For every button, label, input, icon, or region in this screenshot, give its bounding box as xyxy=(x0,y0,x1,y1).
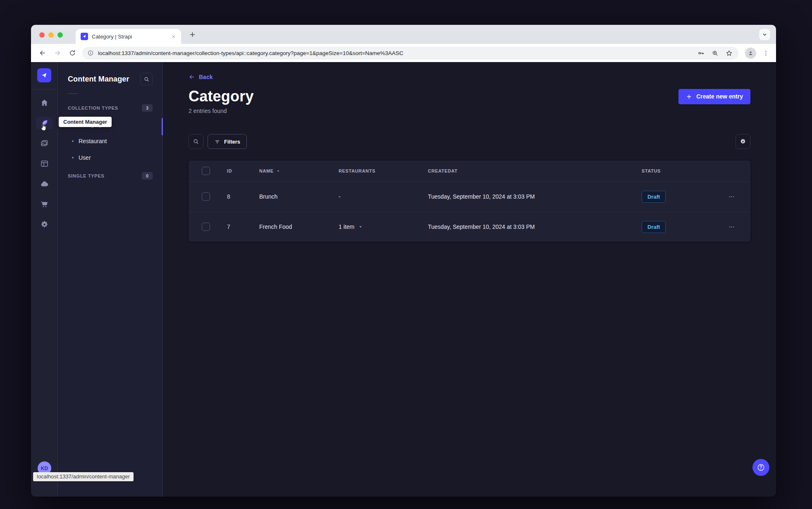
browser-menu-icon[interactable] xyxy=(760,48,771,58)
rail-item-settings[interactable] xyxy=(36,218,53,230)
cart-icon xyxy=(40,200,49,209)
subnav-section-1: SINGLE TYPES0 xyxy=(68,171,153,181)
subnav-item-label: Restaurant xyxy=(79,138,107,144)
filters-button[interactable]: Filters xyxy=(208,134,247,149)
browser-navbar: localhost:1337/admin/content-manager/col… xyxy=(31,44,776,62)
section-count-badge: 3 xyxy=(142,104,153,112)
browser-reload-icon[interactable] xyxy=(66,46,79,60)
strapi-favicon xyxy=(81,33,88,40)
content-manager-subnav: Content Manager COLLECTION TYPES3Categor… xyxy=(58,62,163,497)
select-all-checkbox[interactable] xyxy=(202,167,210,175)
search-button[interactable] xyxy=(189,134,203,149)
address-bar[interactable]: localhost:1337/admin/content-manager/col… xyxy=(82,47,738,60)
subnav-item-user[interactable]: User xyxy=(68,149,153,166)
cell-status: Draft xyxy=(642,221,725,233)
rail-item-home[interactable] xyxy=(36,96,53,109)
browser-tab[interactable]: Category | Strapi xyxy=(76,29,181,44)
subnav-item-restaurant[interactable]: Restaurant xyxy=(68,133,153,149)
cloud-icon xyxy=(40,180,49,188)
row-actions-menu-icon[interactable] xyxy=(725,221,738,233)
cell-status: Draft xyxy=(642,191,725,203)
strapi-logo-button[interactable] xyxy=(37,68,51,82)
plus-icon xyxy=(686,94,692,100)
entries-count: 2 entries found xyxy=(189,108,750,114)
rail-item-content-type-builder[interactable] xyxy=(36,157,53,170)
content-manager-tooltip: Content Manager xyxy=(59,117,112,127)
cell-actions xyxy=(725,190,750,203)
help-button[interactable] xyxy=(752,459,769,476)
minimize-window-button[interactable] xyxy=(48,32,54,38)
layout-icon xyxy=(40,159,49,168)
column-header-status[interactable]: STATUS xyxy=(642,168,725,173)
subnav-section-0: COLLECTION TYPES3CategoryRestaurantUser xyxy=(68,103,153,166)
tab-search-chevron-icon[interactable] xyxy=(759,29,770,40)
window-controls xyxy=(39,32,63,38)
cell-id: 7 xyxy=(227,223,259,230)
cell-restaurants[interactable]: 1 item xyxy=(339,223,428,230)
cell-restaurants: - xyxy=(339,193,428,200)
zoom-in-icon[interactable] xyxy=(711,50,719,57)
cell-actions xyxy=(725,221,750,233)
bullet-icon xyxy=(72,157,74,158)
section-count-badge: 0 xyxy=(142,172,153,180)
browser-profile-avatar[interactable] xyxy=(745,48,756,59)
url-text[interactable]: localhost:1337/admin/content-manager/col… xyxy=(98,50,693,56)
view-settings-button[interactable] xyxy=(736,134,750,149)
tab-close-icon[interactable] xyxy=(170,33,177,40)
row-checkbox[interactable] xyxy=(202,223,210,231)
cell-id: 8 xyxy=(227,193,259,200)
images-icon xyxy=(40,139,49,148)
browser-window: Category | Strapi localhost:1337/admin/c… xyxy=(31,25,776,497)
main-content: Back Category Create new entry 2 entries… xyxy=(163,62,776,497)
bookmark-star-icon[interactable] xyxy=(725,50,733,57)
subnav-search-button[interactable] xyxy=(140,73,153,85)
browser-forward-icon[interactable] xyxy=(51,46,64,60)
new-tab-button[interactable] xyxy=(186,29,198,40)
page-title: Category xyxy=(189,88,254,105)
column-header-createdat[interactable]: CREATEDAT xyxy=(428,168,642,173)
close-window-button[interactable] xyxy=(39,32,45,38)
row-actions-menu-icon[interactable] xyxy=(725,190,738,203)
password-key-icon[interactable] xyxy=(697,50,705,57)
back-label: Back xyxy=(199,74,213,80)
column-header-id[interactable]: ID xyxy=(227,168,259,173)
table-row[interactable]: 8Brunch-Tuesday, September 10, 2024 at 3… xyxy=(189,181,750,211)
subnav-item-label: User xyxy=(79,154,91,161)
browser-tab-strip: Category | Strapi xyxy=(31,25,776,44)
arrow-left-icon xyxy=(189,74,195,80)
rail-item-media-library[interactable] xyxy=(36,137,53,149)
link-status-tooltip: localhost:1337/admin/content-manager xyxy=(33,472,134,481)
row-checkbox[interactable] xyxy=(202,192,210,201)
site-info-icon[interactable] xyxy=(87,50,94,56)
rail-nav xyxy=(36,96,53,230)
browser-back-icon[interactable] xyxy=(36,46,49,60)
status-badge: Draft xyxy=(642,221,666,233)
cell-createdat: Tuesday, September 10, 2024 at 3:03 PM xyxy=(428,223,642,230)
table-row[interactable]: 7French Food1 itemTuesday, September 10,… xyxy=(189,211,750,242)
create-new-entry-label: Create new entry xyxy=(696,93,743,100)
column-header-name[interactable]: NAME xyxy=(259,168,339,173)
status-badge: Draft xyxy=(642,191,666,203)
maximize-window-button[interactable] xyxy=(57,32,63,38)
sort-asc-icon xyxy=(276,169,280,173)
strapi-admin-page: KD Content Manager COLLECTION TYPES3Cate… xyxy=(31,62,776,497)
table-header-row: IDNAMERESTAURANTSCREATEDATSTATUS xyxy=(189,161,750,181)
create-new-entry-button[interactable]: Create new entry xyxy=(678,89,750,104)
bullet-icon xyxy=(72,140,74,142)
filter-icon xyxy=(214,139,220,145)
cell-name: Brunch xyxy=(259,193,339,200)
back-link[interactable]: Back xyxy=(189,74,213,80)
rail-item-cloud[interactable] xyxy=(36,178,53,190)
tab-title: Category | Strapi xyxy=(92,34,166,40)
entries-table: IDNAMERESTAURANTSCREATEDATSTATUS 8Brunch… xyxy=(189,161,750,242)
subnav-divider xyxy=(68,94,78,94)
section-label: COLLECTION TYPES xyxy=(68,106,118,110)
filters-label: Filters xyxy=(224,139,240,145)
active-indicator-bar xyxy=(162,118,163,135)
rail-item-marketplace[interactable] xyxy=(36,198,53,210)
gear-icon xyxy=(40,220,49,229)
cell-createdat: Tuesday, September 10, 2024 at 3:03 PM xyxy=(428,193,642,200)
cell-name: French Food xyxy=(259,223,339,230)
subnav-title: Content Manager xyxy=(68,75,129,84)
column-header-restaurants[interactable]: RESTAURANTS xyxy=(339,168,428,173)
